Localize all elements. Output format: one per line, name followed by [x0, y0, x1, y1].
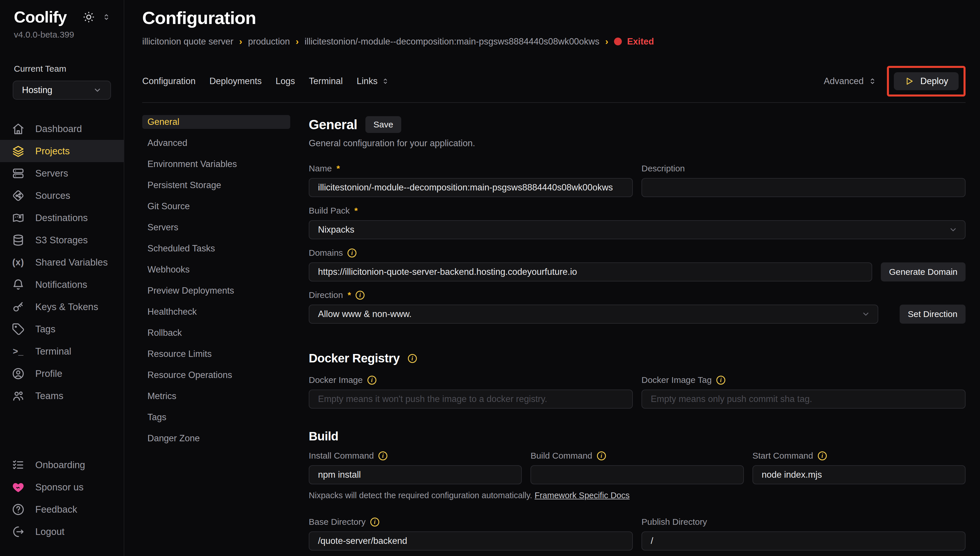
- breadcrumb-environment[interactable]: production: [248, 36, 290, 47]
- confignav-item-danger-zone[interactable]: Danger Zone: [142, 432, 290, 445]
- servers-icon: [11, 167, 25, 180]
- sidebar-item-servers[interactable]: Servers: [0, 162, 124, 184]
- tabs-divider: [142, 102, 965, 103]
- chevron-down-icon: [949, 225, 957, 234]
- advanced-menu[interactable]: Advanced: [824, 76, 877, 86]
- build-command-label: Build Command: [530, 451, 744, 461]
- sidebar-item-projects[interactable]: Projects: [0, 140, 124, 162]
- name-input[interactable]: [309, 178, 633, 197]
- sidebar-item-label: Servers: [35, 168, 68, 179]
- base-directory-input[interactable]: [309, 532, 633, 551]
- status-dot-icon: [614, 37, 622, 45]
- generate-domain-button[interactable]: Generate Domain: [881, 262, 965, 281]
- sidebar-item-tags[interactable]: Tags: [0, 318, 124, 340]
- confignav-item-metrics[interactable]: Metrics: [142, 389, 290, 403]
- publish-directory-input[interactable]: [642, 532, 965, 551]
- info-icon[interactable]: [367, 376, 377, 385]
- sidebar-item-destinations[interactable]: Destinations: [0, 207, 124, 229]
- confignav-item-resource-limits[interactable]: Resource Limits: [142, 347, 290, 361]
- sidebar-item-label: Tags: [35, 324, 55, 335]
- info-icon[interactable]: [348, 249, 356, 257]
- chevrons-up-down-icon: [382, 78, 389, 85]
- database-icon: [11, 233, 25, 247]
- set-direction-button[interactable]: Set Direction: [900, 305, 965, 324]
- breadcrumb-chevron-icon: ›: [239, 36, 242, 47]
- build-command-input[interactable]: [530, 465, 744, 484]
- sidebar-item-keys-tokens[interactable]: Keys & Tokens: [0, 296, 124, 318]
- confignav-item-persistent-storage[interactable]: Persistent Storage: [142, 178, 290, 192]
- team-select[interactable]: Hosting: [13, 81, 111, 100]
- tab-deployments[interactable]: Deployments: [209, 76, 262, 86]
- sidebar-item-label: Logout: [35, 526, 65, 537]
- tab-configuration[interactable]: Configuration: [142, 76, 196, 86]
- domains-input[interactable]: [309, 262, 872, 281]
- sidebar-item-label: Destinations: [35, 212, 88, 223]
- sidebar-item-feedback[interactable]: Feedback: [0, 498, 124, 520]
- sidebar-item-s3-storages[interactable]: S3 Storages: [0, 229, 124, 251]
- confignav-item-advanced[interactable]: Advanced: [142, 136, 290, 150]
- sidebar-item-label: Profile: [35, 368, 62, 379]
- install-command-input[interactable]: [309, 465, 522, 484]
- tab-terminal[interactable]: Terminal: [309, 76, 343, 86]
- info-icon[interactable]: [370, 517, 379, 527]
- info-icon[interactable]: [716, 376, 725, 385]
- sidebar-item-shared-variables[interactable]: (x) Shared Variables: [0, 251, 124, 273]
- sidebar-item-onboarding[interactable]: Onboarding: [0, 454, 124, 476]
- info-icon[interactable]: [356, 291, 364, 300]
- docker-image-input[interactable]: [309, 390, 633, 409]
- confignav-item-preview-deployments[interactable]: Preview Deployments: [142, 284, 290, 297]
- tab-logs[interactable]: Logs: [275, 76, 295, 86]
- info-icon[interactable]: [408, 354, 417, 363]
- general-form: General Save General configuration for y…: [309, 115, 965, 556]
- confignav-item-servers[interactable]: Servers: [142, 220, 290, 234]
- confignav-item-general[interactable]: General: [142, 115, 290, 129]
- theme-sun-icon[interactable]: [82, 11, 95, 23]
- install-command-label: Install Command: [309, 451, 522, 461]
- direction-select[interactable]: Allow www & non-www.: [309, 305, 878, 324]
- required-marker: *: [348, 290, 351, 300]
- status-label: Exited: [627, 36, 654, 47]
- info-icon[interactable]: [597, 451, 606, 461]
- confignav-item-webhooks[interactable]: Webhooks: [142, 263, 290, 276]
- status-badge: Exited: [614, 36, 654, 47]
- theme-switcher-chevrons-icon[interactable]: [102, 13, 110, 21]
- confignav-item-tags[interactable]: Tags: [142, 411, 290, 424]
- tab-links[interactable]: Links: [357, 76, 389, 86]
- sidebar-item-logout[interactable]: Logout: [0, 520, 124, 543]
- sidebar-item-teams[interactable]: Teams: [0, 385, 124, 407]
- breadcrumb-project[interactable]: illicitonion quote server: [142, 36, 233, 47]
- confignav-item-environment-variables[interactable]: Environment Variables: [142, 157, 290, 171]
- sidebar-item-terminal[interactable]: >_ Terminal: [0, 340, 124, 362]
- variable-icon: (x): [11, 256, 25, 269]
- sidebar-footer: Onboarding Sponsor us Feedback Logout: [0, 454, 124, 543]
- sidebar-item-dashboard[interactable]: Dashboard: [0, 118, 124, 140]
- sidebar-item-profile[interactable]: Profile: [0, 362, 124, 385]
- sidebar-item-sources[interactable]: Sources: [0, 184, 124, 207]
- confignav-item-rollback[interactable]: Rollback: [142, 326, 290, 340]
- save-button[interactable]: Save: [365, 116, 401, 133]
- confignav-item-scheduled-tasks[interactable]: Scheduled Tasks: [142, 242, 290, 255]
- deploy-button[interactable]: Deploy: [894, 72, 959, 90]
- description-input[interactable]: [642, 178, 965, 197]
- sidebar-item-label: Terminal: [35, 346, 71, 357]
- docker-image-tag-label: Docker Image Tag: [642, 375, 965, 385]
- main-content: Configuration illicitonion quote server …: [124, 0, 980, 556]
- sidebar-item-label: Sources: [35, 190, 70, 201]
- framework-docs-link[interactable]: Framework Specific Docs: [535, 491, 630, 500]
- info-icon[interactable]: [378, 451, 387, 461]
- sidebar-item-label: Sponsor us: [35, 482, 84, 493]
- app-version: v4.0.0-beta.399: [0, 30, 124, 40]
- build-pack-select[interactable]: Nixpacks: [309, 220, 965, 239]
- start-command-input[interactable]: [752, 465, 965, 484]
- confignav-item-git-source[interactable]: Git Source: [142, 199, 290, 213]
- sidebar-item-sponsor-us[interactable]: Sponsor us: [0, 476, 124, 498]
- map-icon: [11, 211, 25, 225]
- docker-image-tag-input[interactable]: [642, 390, 965, 409]
- info-icon[interactable]: [818, 451, 827, 461]
- confignav-item-healthcheck[interactable]: Healthcheck: [142, 305, 290, 319]
- confignav-item-resource-operations[interactable]: Resource Operations: [142, 368, 290, 382]
- sidebar: Coolify v4.0.0-beta.399 Current Team Hos…: [0, 0, 124, 556]
- breadcrumb-application[interactable]: illicitestonion/-module--decomposition:m…: [304, 36, 599, 47]
- sidebar-item-notifications[interactable]: Notifications: [0, 273, 124, 296]
- name-label: Name*: [309, 163, 633, 173]
